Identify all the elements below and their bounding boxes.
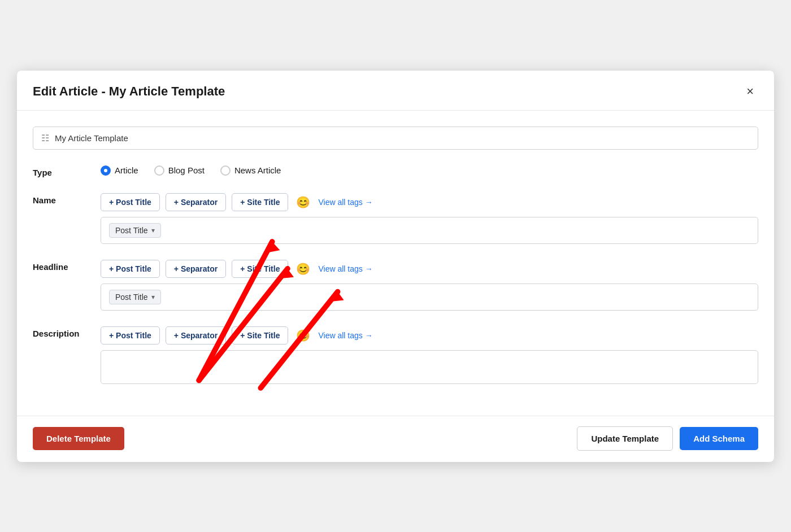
name-tag-buttons-row: + Post Title + Separator + Site Title 😊 … [101, 193, 758, 211]
headline-view-all-link[interactable]: View all tags → [318, 264, 372, 273]
description-field-content: + Post Title + Separator + Site Title 😊 … [101, 326, 758, 384]
name-emoji-btn[interactable]: 😊 [294, 194, 312, 210]
type-radio-group: Article Blog Post News Article [101, 165, 758, 176]
headline-post-title-btn[interactable]: + Post Title [101, 260, 160, 278]
close-button[interactable]: × [742, 83, 758, 100]
radio-circle-news-article [220, 165, 231, 176]
add-schema-button[interactable]: Add Schema [680, 427, 758, 450]
headline-field-content: + Post Title + Separator + Site Title 😊 … [101, 260, 758, 311]
radio-label-news-article: News Article [234, 165, 281, 175]
headline-emoji-btn[interactable]: 😊 [294, 261, 312, 277]
name-row: Name + Post Title + Separator + Site Tit… [33, 193, 758, 244]
radio-news-article[interactable]: News Article [220, 165, 281, 176]
headline-tag-input-area[interactable]: Post Title ▾ [101, 284, 758, 311]
description-emoji-btn[interactable]: 😊 [294, 328, 312, 343]
headline-tag-pill-dropdown[interactable]: ▾ [151, 293, 155, 301]
description-tag-buttons-row: + Post Title + Separator + Site Title 😊 … [101, 326, 758, 345]
modal-body: ☷ Type Article Blog Post [17, 111, 774, 411]
description-tag-input-area[interactable] [101, 350, 758, 384]
radio-circle-article [101, 165, 111, 176]
type-field-content: Article Blog Post News Article [101, 165, 758, 176]
description-site-title-btn[interactable]: + Site Title [232, 326, 288, 345]
template-name-input-wrap: ☷ [33, 127, 758, 150]
modal-header: Edit Article - My Article Template × [17, 71, 774, 111]
name-separator-btn[interactable]: + Separator [166, 193, 226, 211]
name-post-title-btn[interactable]: + Post Title [101, 193, 160, 211]
template-name-input[interactable] [55, 133, 750, 143]
name-tag-pill-label: Post Title [115, 226, 148, 235]
modal-container: Edit Article - My Article Template × ☷ T… [17, 71, 774, 462]
name-tag-pill-dropdown[interactable]: ▾ [151, 226, 155, 234]
delete-template-button[interactable]: Delete Template [33, 427, 124, 450]
description-row: Description + Post Title + Separator + S… [33, 326, 758, 384]
name-tag-pill: Post Title ▾ [109, 223, 161, 238]
radio-article[interactable]: Article [101, 165, 138, 176]
headline-separator-btn[interactable]: + Separator [166, 260, 226, 278]
headline-site-title-btn[interactable]: + Site Title [232, 260, 288, 278]
headline-row: Headline + Post Title + Separator + Site… [33, 260, 758, 311]
description-label: Description [33, 326, 101, 338]
name-view-all-link[interactable]: View all tags → [318, 198, 372, 207]
headline-tag-pill: Post Title ▾ [109, 290, 161, 304]
description-post-title-btn[interactable]: + Post Title [101, 326, 160, 345]
name-field-content: + Post Title + Separator + Site Title 😊 … [101, 193, 758, 244]
radio-label-article: Article [115, 165, 138, 175]
radio-circle-blog-post [154, 165, 164, 176]
template-name-row: ☷ [33, 127, 758, 150]
type-row: Type Article Blog Post News Article [33, 165, 758, 177]
radio-label-blog-post: Blog Post [168, 165, 205, 175]
document-icon: ☷ [41, 133, 49, 143]
headline-tag-buttons-row: + Post Title + Separator + Site Title 😊 … [101, 260, 758, 278]
name-tag-input-area[interactable]: Post Title ▾ [101, 217, 758, 244]
headline-tag-pill-label: Post Title [115, 293, 148, 302]
modal-footer: Delete Template Update Template Add Sche… [17, 416, 774, 462]
description-view-all-link[interactable]: View all tags → [318, 331, 372, 340]
radio-blog-post[interactable]: Blog Post [154, 165, 205, 176]
footer-right: Update Template Add Schema [577, 426, 758, 451]
modal-title: Edit Article - My Article Template [33, 84, 225, 99]
type-label: Type [33, 165, 101, 177]
name-site-title-btn[interactable]: + Site Title [232, 193, 288, 211]
headline-label: Headline [33, 260, 101, 272]
update-template-button[interactable]: Update Template [577, 426, 673, 451]
name-label: Name [33, 193, 101, 205]
description-separator-btn[interactable]: + Separator [166, 326, 226, 345]
